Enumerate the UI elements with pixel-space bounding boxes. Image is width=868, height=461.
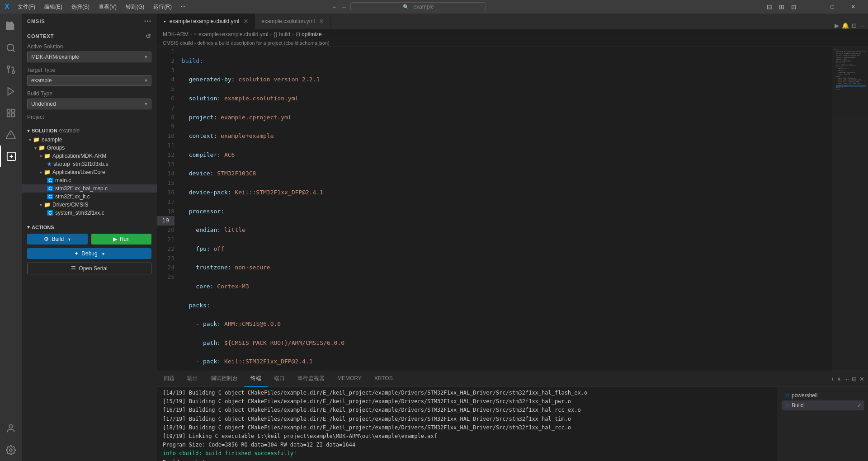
- breadcrumb-file[interactable]: ≈example+example.cbuild.yml: [194, 31, 268, 38]
- menu-view[interactable]: 查看(V): [95, 2, 120, 12]
- breadcrumb-build[interactable]: {} build: [274, 31, 290, 38]
- maximize-button[interactable]: □: [822, 0, 843, 14]
- back-button[interactable]: ←: [331, 4, 337, 10]
- build-check-icon: ✓: [857, 402, 862, 409]
- panel-up-icon[interactable]: ∧: [837, 376, 841, 382]
- tree-label-main: main.c: [55, 177, 71, 183]
- tab-csolution-label: example.csolution.yml: [261, 18, 315, 24]
- tab-cbuild-label: example+example.cbuild.yml: [170, 18, 239, 24]
- panel-tab-actions: + ∧ ··· ⊟ ✕: [827, 376, 868, 382]
- tree-label-it: stm32f1xx_it.c: [55, 193, 90, 200]
- close-button[interactable]: ✕: [843, 0, 863, 14]
- activity-source-control[interactable]: [0, 59, 22, 80]
- code-editor[interactable]: 12345 678910 1112131415 1617181920 21222…: [157, 47, 868, 371]
- bell-icon-tab[interactable]: 🔔: [842, 22, 849, 29]
- minimize-button[interactable]: ─: [801, 0, 822, 14]
- tab-cbuild[interactable]: example+example.cbuild.yml ✕: [157, 14, 255, 29]
- debug-dropdown-arrow[interactable]: ▾: [102, 251, 104, 256]
- sidebar-header: CMSIS ···: [22, 14, 157, 29]
- activity-settings[interactable]: [0, 439, 22, 461]
- tree-item-app-mdk[interactable]: ▾ 📁 Application/MDK-ARM: [22, 152, 157, 160]
- solution-name: example: [59, 127, 80, 134]
- panel-more-icon[interactable]: ···: [844, 376, 849, 382]
- run-icon-tab[interactable]: ▶: [835, 22, 839, 29]
- target-type-dropdown[interactable]: example ▾: [27, 75, 151, 86]
- panel-add-terminal[interactable]: +: [831, 376, 835, 382]
- tab-csolution-close[interactable]: ✕: [317, 17, 326, 25]
- activity-explorer[interactable]: [0, 15, 22, 37]
- solution-section: ▾ SOLUTION example ▾ 📁 example ▾ 📁 Group…: [22, 126, 157, 221]
- active-solution-dropdown[interactable]: MDK-ARM/example ▾: [27, 52, 151, 62]
- run-button[interactable]: ▶ Run: [91, 234, 152, 245]
- tree-item-drivers[interactable]: ▾ 📁 Drivers/CMSIS: [22, 201, 157, 209]
- build-dropdown-arrow[interactable]: ▾: [68, 237, 71, 242]
- debug-icon: ✦: [74, 250, 79, 257]
- terminal-line-14: [14/19] Building C object CMakeFiles/exa…: [163, 389, 772, 397]
- panel-tab-problems[interactable]: 问题: [157, 371, 181, 387]
- layout-icon-3[interactable]: ⊡: [791, 3, 797, 10]
- context-section: CONTEXT ↺ Active Solution MDK-ARM/exampl…: [22, 29, 157, 126]
- activity-extensions[interactable]: [0, 102, 22, 124]
- chevron-solution[interactable]: ▾: [27, 128, 30, 134]
- activity-run-debug[interactable]: [0, 80, 22, 102]
- menu-goto[interactable]: 转到(G): [122, 2, 148, 12]
- forward-button[interactable]: →: [341, 4, 347, 10]
- breadcrumb-mdk[interactable]: MDK-ARM: [163, 31, 189, 38]
- panel-tab-serial[interactable]: 串行监视器: [291, 371, 331, 387]
- tree-item-it[interactable]: C stm32f1xx_it.c: [22, 193, 157, 201]
- panel-tab-memory[interactable]: MEMORY: [331, 371, 368, 387]
- layout-icon-2[interactable]: ⊞: [779, 3, 784, 10]
- tree-item-hal-msp[interactable]: C stm32f1xx_hal_msp.c: [22, 184, 157, 193]
- tree-item-main[interactable]: C main.c: [22, 176, 157, 184]
- panel-tab-terminal[interactable]: 终端: [244, 371, 268, 387]
- code-content[interactable]: build: generated-by: csolution version 2…: [180, 47, 832, 371]
- project-label: Project: [27, 114, 151, 120]
- tab-csolution[interactable]: example.csolution.yml ✕: [255, 14, 330, 29]
- tree-item-app-user[interactable]: ▾ 📁 Application/User/Core: [22, 168, 157, 176]
- tab-cbuild-close[interactable]: ✕: [242, 17, 250, 25]
- breadcrumb-sep-1: ›: [190, 31, 192, 38]
- breadcrumb-optimize[interactable]: ⊡optimize: [296, 31, 322, 38]
- debug-button[interactable]: ✦ Debug ▾: [27, 248, 151, 259]
- main-layout: CMSIS ··· CONTEXT ↺ Active Solution MDK-…: [0, 14, 868, 461]
- menu-more[interactable]: ···: [177, 2, 189, 12]
- panel-tab-ports[interactable]: 端口: [268, 371, 291, 387]
- terminal-content[interactable]: [14/19] Building C object CMakeFiles/exa…: [157, 387, 778, 461]
- svg-rect-6: [12, 114, 14, 117]
- activity-warning[interactable]: [0, 124, 22, 146]
- panel-tab-debug-console[interactable]: 调试控制台: [204, 371, 244, 387]
- tab-actions: ▶ 🔔 ⊡ ···: [831, 22, 868, 29]
- tree-item-system[interactable]: C system_stm32f1xx.c: [22, 209, 157, 217]
- panel-sidebar-powershell[interactable]: ⊡ powershell: [782, 390, 864, 400]
- activity-cmsis[interactable]: [0, 146, 22, 167]
- menu-select[interactable]: 选择(S): [68, 2, 93, 12]
- refresh-icon[interactable]: ↺: [146, 33, 151, 40]
- build-type-dropdown[interactable]: Undefined ▾: [27, 99, 151, 109]
- activity-search[interactable]: [0, 37, 22, 59]
- panel-tab-xrtos[interactable]: XRTOS: [368, 371, 399, 387]
- layout-icon-1[interactable]: ⊟: [767, 3, 772, 10]
- open-serial-button[interactable]: ☰ Open Serial: [27, 263, 151, 274]
- build-button[interactable]: ⚙ Build ▾: [27, 234, 88, 245]
- activity-account[interactable]: [0, 418, 22, 439]
- panel-sidebar-build[interactable]: ⊡ Build ✓: [782, 400, 864, 410]
- panel-tab-output[interactable]: 输出: [181, 371, 204, 387]
- panel-maximize-icon[interactable]: ⊟: [852, 376, 857, 382]
- tree-label-system: system_stm32f1xx.c: [55, 210, 104, 216]
- search-bar[interactable]: 🔍 example: [350, 2, 486, 11]
- menu-edit[interactable]: 编辑(E): [41, 2, 66, 12]
- more-actions-icon[interactable]: ···: [859, 22, 864, 29]
- file-description: CMSIS cbuild - defines a build descripti…: [157, 39, 868, 47]
- panel-close-icon[interactable]: ✕: [859, 376, 864, 382]
- tree-item-example[interactable]: ▾ 📁 example: [22, 136, 157, 144]
- menu-run[interactable]: 运行(R): [150, 2, 175, 12]
- chevron-actions: ▾: [27, 224, 30, 230]
- chevron-groups: ▾: [34, 146, 37, 151]
- active-solution-label: Active Solution: [27, 43, 151, 50]
- tree-item-startup[interactable]: ★ startup_stm32f103xb.s: [22, 160, 157, 168]
- sidebar-more-button[interactable]: ···: [144, 17, 151, 25]
- split-editor-icon[interactable]: ⊡: [852, 22, 857, 29]
- breadcrumb-sep-2: ›: [270, 31, 272, 38]
- menu-file[interactable]: 文件(F): [14, 2, 39, 12]
- tree-item-groups[interactable]: ▾ 📁 Groups: [22, 144, 157, 152]
